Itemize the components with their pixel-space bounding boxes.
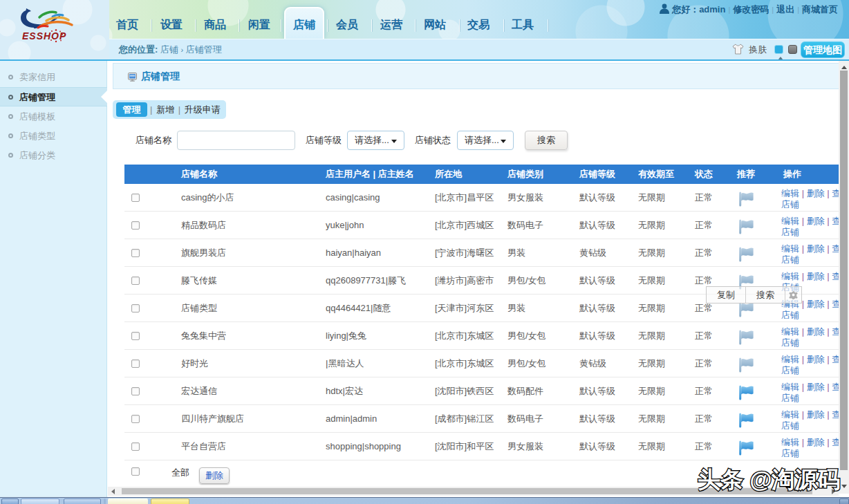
svg-text:ESSHOP: ESSHOP <box>22 30 66 41</box>
svg-text:头条 @淘源码: 头条 @淘源码 <box>698 467 840 492</box>
